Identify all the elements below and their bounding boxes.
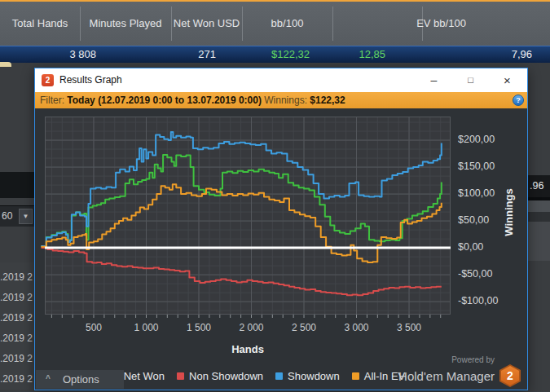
clipped-value: .96 (530, 180, 543, 192)
background-strip: .96 (528, 175, 550, 197)
x-tick-label: 3 000 (337, 322, 377, 333)
background-strip (528, 200, 550, 212)
winnings-label: Winnings: (264, 95, 307, 106)
list-item: .2019 2 (0, 288, 34, 308)
powered-by-block: Powered by Hold'em Manager 2 (398, 355, 521, 387)
stat-header-bb-100[interactable]: bb/100 (242, 2, 332, 46)
caret-up-icon: ^ (46, 369, 51, 388)
x-tick-label: 1 500 (178, 322, 219, 333)
stat-header-total-hands[interactable]: Total Hands (0, 2, 80, 46)
series-non-showdown (42, 248, 442, 295)
stat-value-minutes-played: 271 (198, 46, 216, 63)
y-tick-label: -$100,00 (458, 295, 498, 306)
legend-label: Net Won (124, 370, 165, 382)
list-item: .2019 2 (0, 267, 34, 288)
background-strip (528, 212, 550, 222)
y-tick-label: -$50,00 (458, 268, 492, 280)
legend-label: Showdown (288, 370, 340, 382)
y-axis-title: Winnings (503, 184, 515, 241)
options-label: Options (63, 370, 99, 389)
list-item: .2019 2 (0, 308, 34, 328)
background-combo-row: 60 ▼ (0, 205, 34, 227)
minimize-button[interactable]: – (416, 68, 452, 92)
background-table-edge (0, 62, 11, 67)
stat-header-ev-bb-100[interactable]: EV bb/100 (332, 2, 550, 46)
chevron-down-icon: ▼ (23, 213, 29, 220)
winnings-value: $122,32 (310, 95, 345, 106)
y-tick-label: $100,00 (458, 187, 495, 199)
stat-header-minutes-played[interactable]: Minutes Played (80, 2, 171, 46)
results-chart (45, 117, 451, 319)
options-button[interactable]: ^ Options (36, 370, 124, 389)
list-item: .2019 2 (0, 349, 34, 369)
brand-name: Hold'em Manager (398, 369, 495, 383)
graph-panel: Hands Winnings Net WonNon ShowdownShowdo… (35, 108, 527, 390)
stat-header-net-won-usd[interactable]: Net Won USD (171, 2, 242, 46)
window-titlebar[interactable]: 2 Results Graph – □ × (35, 68, 527, 92)
x-tick-label: 2 500 (284, 322, 324, 333)
results-graph-window: 2 Results Graph – □ × Filter: Today (12.… (34, 68, 528, 390)
stats-values-row: 3 808 271 $122,32 12,85 7,96 (0, 46, 550, 63)
stat-value-ev-bb-100: 7,96 (512, 46, 532, 63)
legend-swatch-icon (275, 372, 283, 380)
combo-value: 60 (2, 210, 12, 222)
hm2-logo-icon: 2 (499, 364, 521, 387)
legend-swatch-icon (352, 372, 359, 380)
legend-item: All-In EV (352, 370, 406, 382)
hm2-app-icon: 2 (42, 74, 54, 86)
y-tick-label: $150,00 (458, 161, 495, 172)
stats-header-row: Total Hands Minutes Played Net Won USD b… (0, 2, 550, 46)
combo-dropdown-button[interactable]: ▼ (19, 209, 33, 224)
series-net-won (42, 155, 442, 246)
stat-value-net-won-usd: $122,32 (271, 46, 310, 63)
maximize-button[interactable]: □ (452, 68, 489, 92)
y-tick-label: $0,00 (458, 241, 483, 253)
y-tick-label: $50,00 (458, 214, 489, 226)
x-tick-label: 2 000 (231, 322, 272, 333)
x-tick-label: 500 (73, 322, 114, 333)
stat-value-total-hands: 3 808 (69, 46, 96, 63)
y-tick-label: $200,00 (458, 134, 495, 145)
legend-item: Showdown (275, 370, 340, 382)
legend-swatch-icon (177, 372, 184, 380)
background-strip (0, 172, 34, 198)
close-button[interactable]: × (489, 68, 526, 92)
x-axis-title: Hands (45, 343, 451, 355)
filter-bar[interactable]: Filter: Today (12.07.2019 0:00 to 13.07.… (35, 92, 527, 108)
window-title: Results Graph (59, 68, 122, 92)
screen: Total Hands Minutes Played Net Won USD b… (0, 0, 550, 392)
x-tick-label: 1 000 (126, 322, 167, 333)
stat-value-bb-100: 12,85 (359, 46, 385, 63)
background-strip (528, 222, 550, 261)
filter-label: Filter: (40, 95, 64, 106)
filter-range: Today (12.07.2019 0:00 to 13.07.2019 0:0… (67, 95, 262, 106)
x-tick-label: 3 500 (389, 322, 429, 333)
legend-item: Non Showdown (177, 370, 263, 382)
list-item: .2019 2 (0, 328, 34, 349)
legend-label: Non Showdown (189, 370, 263, 382)
help-icon[interactable]: ? (513, 95, 524, 106)
powered-by-text: Powered by (398, 355, 495, 364)
chart-plot (45, 117, 451, 315)
